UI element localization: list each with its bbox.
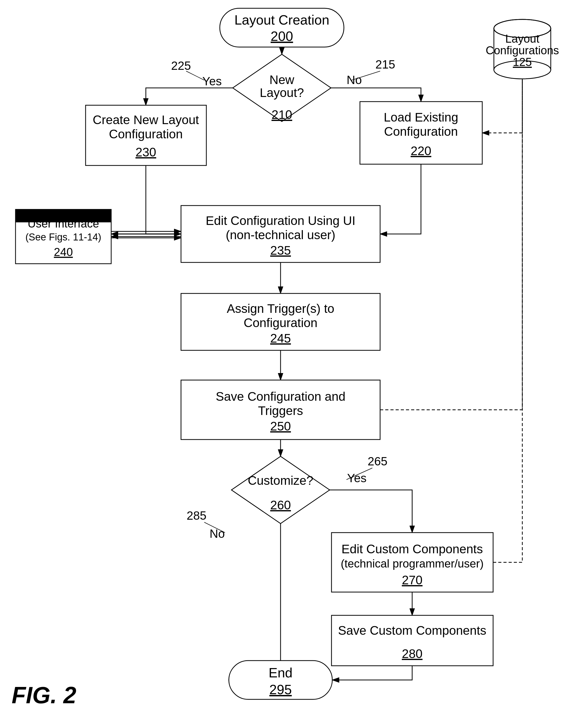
svg-text:Yes: Yes [202, 74, 222, 88]
svg-text:Layout Creation: Layout Creation [234, 13, 329, 27]
svg-text:Configuration: Configuration [244, 316, 318, 330]
svg-text:Configurations: Configurations [486, 44, 559, 57]
svg-text:215: 215 [375, 58, 395, 71]
svg-text:270: 270 [402, 573, 422, 587]
svg-text:295: 295 [269, 682, 292, 697]
svg-marker-58 [232, 456, 330, 523]
svg-text:Edit Custom Components: Edit Custom Components [342, 542, 483, 556]
svg-text:Customize?: Customize? [248, 474, 313, 487]
svg-text:285: 285 [187, 509, 206, 522]
svg-text:225: 225 [171, 59, 191, 72]
svg-text:240: 240 [54, 245, 73, 258]
svg-text:Assign Trigger(s) to: Assign Trigger(s) to [227, 302, 334, 316]
svg-line-22 [186, 71, 204, 80]
diagram-container: Layout Creation 200 New Layout? 210 Yes … [0, 0, 588, 711]
svg-text:125: 125 [513, 56, 531, 68]
svg-text:User Interface: User Interface [28, 217, 99, 230]
svg-text:New: New [269, 73, 294, 87]
svg-text:Configuration: Configuration [109, 127, 183, 141]
svg-text:End: End [269, 665, 293, 680]
svg-text:FIG. 2: FIG. 2 [12, 682, 76, 708]
svg-text:230: 230 [135, 145, 156, 159]
svg-text:(See Figs. 11-14): (See Figs. 11-14) [25, 232, 101, 242]
svg-text:(technical programmer/user): (technical programmer/user) [341, 557, 484, 570]
svg-text:260: 260 [270, 498, 291, 512]
svg-text:220: 220 [411, 144, 431, 158]
svg-text:210: 210 [271, 108, 292, 122]
svg-text:200: 200 [271, 29, 293, 44]
svg-text:Configuration: Configuration [384, 125, 458, 138]
svg-text:No: No [347, 73, 362, 87]
svg-text:Edit Configuration Using UI: Edit Configuration Using UI [206, 214, 355, 228]
svg-text:Layout: Layout [505, 32, 539, 45]
svg-text:245: 245 [270, 331, 291, 345]
svg-text:280: 280 [402, 647, 422, 661]
svg-text:Load Existing: Load Existing [384, 110, 458, 124]
svg-text:Layout?: Layout? [260, 86, 304, 100]
svg-text:Save Configuration and: Save Configuration and [216, 390, 346, 403]
svg-text:(non-technical user): (non-technical user) [226, 228, 335, 242]
svg-text:Create New Layout: Create New Layout [93, 113, 199, 127]
svg-text:235: 235 [270, 243, 291, 257]
svg-text:250: 250 [270, 419, 291, 433]
svg-text:Save Custom Components: Save Custom Components [338, 624, 486, 637]
svg-text:265: 265 [368, 454, 388, 468]
svg-text:Triggers: Triggers [258, 404, 303, 417]
